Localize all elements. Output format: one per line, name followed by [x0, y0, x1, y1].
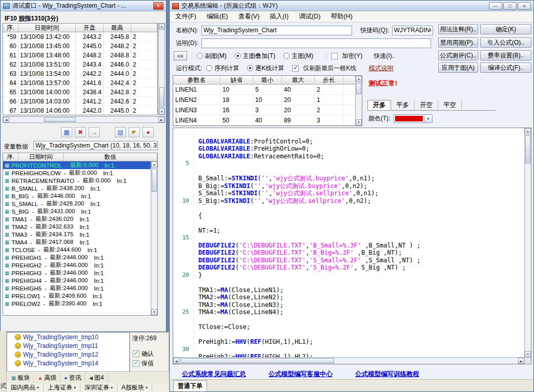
market-tab[interactable]: A股板块	[117, 383, 152, 392]
menu-item[interactable]: 帮助(H)	[325, 11, 357, 22]
color-dropdown[interactable]	[394, 114, 433, 123]
variable-list-scrollbar[interactable]	[151, 161, 157, 315]
formula-signature-field[interactable]: Wjy_TradingSystem_Chart (10, 18, 16, 50,…	[33, 141, 158, 150]
price-column-header[interactable]: 开盘	[76, 24, 104, 32]
desc-input[interactable]	[201, 38, 431, 48]
scroll-up-icon[interactable]	[356, 76, 362, 82]
hedge-checkbox-row[interactable]: 保值	[133, 359, 154, 368]
scrollbar-thumb[interactable]	[525, 135, 530, 163]
price-row[interactable]: 6613/10/08 14:03:002441.22442.62	[3, 97, 157, 106]
price-row[interactable]: 6213/10/08 13:51:002443.42446.02	[3, 60, 157, 69]
variable-row[interactable]: ▦TMA1-最新:2436.020In:1	[3, 215, 151, 223]
minimize-button[interactable]: —	[489, 2, 502, 10]
menu-item[interactable]: 查看(V)	[233, 11, 265, 22]
help-link[interactable]: 公式模型编写训练教程	[355, 370, 419, 379]
name-input[interactable]	[201, 26, 352, 35]
debug-toolbar-button[interactable]: ✖	[75, 127, 86, 137]
confirm-checkbox-row[interactable]: 确认	[133, 349, 154, 358]
editor-hscrollbar[interactable]	[173, 357, 524, 364]
compile-button[interactable]: 编译公式(F)..	[480, 63, 531, 73]
tree-item[interactable]: Wjy_TradingSystem_tmp12	[7, 350, 129, 359]
variable-row[interactable]: ▦PREHIGH1-最新:2446.000In:1	[3, 254, 151, 261]
debug-toolbar-button[interactable]: ☛	[129, 127, 140, 137]
variable-row[interactable]: ▦RETRACEMENTRAITO-最新:0.000In:1	[3, 177, 151, 184]
variable-column-header[interactable]: 日期时间	[18, 153, 64, 161]
scroll-up-icon[interactable]	[151, 161, 157, 168]
apply-to-chart-button[interactable]: 应用于图(A)	[438, 63, 478, 73]
price-row[interactable]: 6013/10/08 13:45:002445.02448.22	[3, 42, 157, 51]
price-row[interactable]: 6313/10/08 13:54:002442.22444.02	[3, 69, 157, 78]
variable-row[interactable]: ▦PROFITCONTROL-最新:0.000In:1	[3, 161, 151, 169]
price-column-header[interactable]: 序.	[3, 24, 18, 32]
tree-item[interactable]: Wjy_TradingSystem_tmp11	[7, 341, 129, 350]
debug-toolbar-button[interactable]: →	[89, 127, 100, 137]
evaluate-button[interactable]: 公式测评(C)..	[438, 50, 478, 60]
editor-vscrollbar[interactable]	[524, 128, 531, 357]
variable-row[interactable]: ▦PREHIGHORLOW-最新:0.000In:1	[3, 169, 151, 177]
signal-tab[interactable]: 开多	[367, 100, 391, 110]
signal-tab[interactable]: 开空	[415, 100, 438, 110]
param-column-header[interactable]: 步长	[315, 76, 343, 84]
scroll-down-icon[interactable]	[525, 351, 531, 357]
close-icon[interactable]: ×	[153, 2, 163, 10]
price-row[interactable]: 6513/10/08 14:00:002438.42442.82	[3, 88, 157, 97]
scrollbar-thumb[interactable]	[180, 358, 334, 363]
usage-note-button[interactable]: 用法注释(R)..	[438, 24, 478, 34]
runmode-option[interactable]: 逐K线计算	[247, 64, 284, 73]
chart-type-option[interactable]: 副图(M)	[197, 52, 227, 60]
menu-item[interactable]: 编辑(E)	[201, 11, 233, 22]
scroll-up-icon[interactable]	[525, 128, 531, 134]
runmode-option[interactable]: 序列计算	[206, 64, 239, 73]
code-editor[interactable]: 51015202530 GLOBALVARIABLE:ProfitControl…	[173, 128, 531, 364]
editor-window-titlebar[interactable]: 交易系统编辑 - (所属公式组：WJY) —□×	[170, 1, 533, 11]
scroll-right-icon[interactable]	[518, 358, 524, 364]
scroll-up-icon[interactable]	[159, 24, 165, 30]
debug-toolbar-button[interactable]: ●	[142, 127, 154, 137]
variable-row[interactable]: ▦S_BIG-最新:2431.000In:1	[3, 208, 151, 215]
variable-row[interactable]: ▦PREHIGH5-最新:2446.000In:1	[3, 284, 151, 292]
param-column-header[interactable]: 缺省	[220, 76, 253, 84]
scroll-left-icon[interactable]	[173, 358, 179, 364]
quick-button[interactable]: 快速(I)..	[374, 52, 395, 60]
signal-tab[interactable]: 平多	[391, 100, 415, 110]
fee-settings-button[interactable]: 费率设置(B)..	[480, 50, 531, 60]
variable-row[interactable]: ▦PRELOW1-最新:2409.600In:1	[3, 292, 151, 300]
scrollbar-thumb[interactable]	[159, 87, 164, 108]
bottom-tab[interactable]: ◀图4	[85, 373, 108, 383]
variable-column-header[interactable]: 序.	[3, 153, 18, 161]
price-row[interactable]: 6413/10/08 13:57:002441.62442.42	[3, 78, 157, 88]
variable-row[interactable]: ▦B_SMALL-最新:2438.200In:1	[3, 184, 151, 192]
chevron-down-icon[interactable]	[424, 115, 432, 122]
debug-window-titlebar[interactable]: 调试窗口 - Wjy_TradingSystem_Chart - ... ×	[1, 1, 166, 11]
scroll-down-icon[interactable]	[356, 119, 362, 126]
variable-row[interactable]: ▦PREHIGH2-最新:2446.000In:1	[3, 261, 151, 269]
menu-item[interactable]: 调试(D)	[294, 11, 325, 22]
maximize-button[interactable]: □	[503, 2, 517, 10]
collapse-button[interactable]: <<	[174, 51, 187, 60]
variable-row[interactable]: ▦TMA3-最新:2434.175In:1	[3, 231, 151, 238]
tree-item[interactable]: Wjy_TradingSystem_tmp14	[7, 359, 129, 367]
scroll-down-icon[interactable]	[159, 109, 165, 115]
scroll-left-icon[interactable]	[3, 117, 9, 122]
scroll-right-icon[interactable]	[158, 117, 165, 122]
variable-row[interactable]: ▦B_BIG-最新:2446.000In:1	[3, 192, 151, 200]
price-table-hscrollbar[interactable]	[3, 116, 165, 123]
price-table-scrollbar[interactable]	[158, 23, 165, 115]
variable-row[interactable]: ▦TCLOSE-最新:2444.600In:1	[3, 246, 151, 254]
bottom-tab[interactable]: ▲高级	[34, 373, 60, 383]
variable-row[interactable]: ▦PRELOW2-最新:2390.400In:1	[3, 300, 151, 307]
bottom-tab[interactable]: ▦板块	[8, 373, 34, 383]
variable-row[interactable]: ▦S_SMALL-最新:2428.200In:1	[3, 200, 151, 208]
menu-item[interactable]: 文件(F)	[170, 11, 201, 22]
close-button[interactable]: ×	[518, 2, 531, 10]
price-column-header[interactable]: 最高	[104, 24, 131, 32]
price-column-header[interactable]: 日期时间	[18, 24, 76, 32]
import-formula-button[interactable]: 引入公式(O)..	[480, 37, 531, 48]
hotkey-input[interactable]	[392, 26, 433, 35]
price-row[interactable]: 6713/10/08 14:06:002442.02445.02	[3, 106, 157, 115]
param-row[interactable]: LINEN1105402	[173, 85, 362, 95]
debug-toolbar-button[interactable]: ▤	[115, 127, 126, 137]
market-tab[interactable]: 深圳证券	[80, 383, 117, 392]
disable-period-button[interactable]: 禁用周期(P)..	[438, 37, 478, 48]
hedge-checkbox[interactable]	[133, 360, 139, 367]
